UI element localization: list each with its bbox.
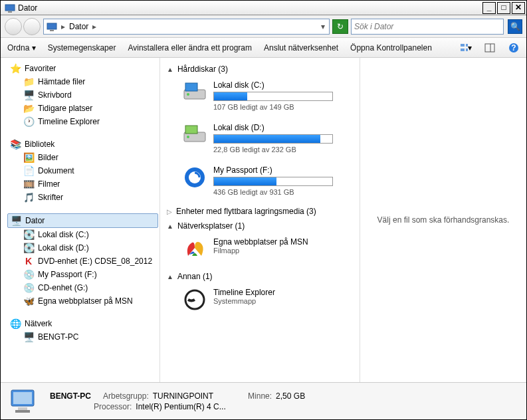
nav-item-recent[interactable]: 📂Tidigare platser — [7, 102, 158, 115]
svg-point-17 — [187, 136, 189, 138]
nav-item-dvd[interactable]: KDVD-enhet (E:) CDSE_08_2012 — [7, 255, 158, 268]
map-drive-button[interactable]: Anslut nätverksenhet — [264, 43, 338, 52]
nav-group-computer: 🖥️ Dator 💽Lokal disk (C:) 💽Lokal disk (D… — [7, 213, 158, 308]
usage-bar — [213, 92, 333, 101]
msn-icon — [183, 237, 207, 261]
items-pane[interactable]: ▲ Hårddiskar (3) Lokal disk (C:) 107 GB … — [160, 58, 360, 382]
nav-item-drive-d[interactable]: 💽Lokal disk (D:) — [7, 241, 158, 255]
nav-item-msn[interactable]: 🦋Egna webbplatser på MSN — [7, 294, 158, 308]
pictures-icon: 🖼️ — [23, 152, 34, 163]
memory-value: 2,50 GB — [276, 391, 305, 401]
drive-item[interactable]: Lokal disk (D:) 22,8 GB ledigt av 232 GB — [167, 119, 353, 161]
group-hard-disks[interactable]: ▲ Hårddiskar (3) — [167, 62, 353, 76]
svg-rect-3 — [50, 30, 54, 31]
collapse-icon: ▲ — [167, 223, 173, 230]
back-button[interactable] — [5, 18, 22, 35]
library-icon: 📚 — [10, 139, 21, 150]
svg-rect-23 — [18, 407, 27, 410]
svg-rect-24 — [15, 410, 30, 413]
nav-item-drive-c[interactable]: 💽Lokal disk (C:) — [7, 228, 158, 241]
control-panel-button[interactable]: Öppna Kontrollpanelen — [350, 43, 432, 52]
group-network-locations[interactable]: ▲ Nätverksplatser (1) — [167, 219, 353, 233]
close-button[interactable]: ✕ — [512, 2, 525, 14]
address-bar: ▸ Dator ▸ ▾ ↻ 🔍 — [1, 15, 526, 38]
computer-icon — [9, 387, 41, 415]
computer-icon — [47, 21, 57, 32]
nav-title-libraries[interactable]: 📚 Bibliotek — [7, 138, 158, 151]
breadcrumb[interactable]: ▸ Dator ▸ ▾ — [43, 19, 330, 35]
forward-button[interactable] — [23, 18, 41, 35]
nav-item-bengtpc[interactable]: 🖥️BENGT-PC — [7, 330, 158, 344]
drive-free-text: 107 GB ledigt av 149 GB — [213, 103, 353, 111]
nav-item-timeline[interactable]: 🕐Timeline Explorer — [7, 115, 158, 128]
nav-item-cd[interactable]: 💿CD-enhet (G:) — [7, 281, 158, 294]
nav-item-documents[interactable]: 📄Dokument — [7, 164, 158, 177]
star-icon: ⭐ — [10, 63, 21, 74]
nav-item-music[interactable]: 🎵Skrifter — [7, 191, 158, 204]
clock-icon — [183, 288, 207, 312]
drive-free-text: 22,8 GB ledigt av 232 GB — [213, 146, 353, 154]
details-bar: BENGT-PC Arbetsgrupp: TURNINGPOINT Minne… — [1, 382, 526, 419]
maximize-button[interactable]: □ — [497, 2, 510, 14]
nav-group-libraries: 📚 Bibliotek 🖼️Bilder 📄Dokument 🎞️Filmer … — [7, 138, 158, 204]
minimize-button[interactable]: _ — [482, 2, 496, 14]
svg-rect-16 — [185, 126, 197, 134]
clock-icon: 🕐 — [23, 116, 34, 127]
preview-pane-button[interactable] — [484, 42, 496, 54]
other-item[interactable]: Timeline Explorer Systemmapp — [167, 284, 353, 320]
preview-pane: Välj en fil som ska förhandsgranskas. — [360, 58, 526, 382]
drive-item[interactable]: My Passport (F:) 436 GB ledigt av 931 GB — [167, 161, 353, 204]
navigation-pane[interactable]: ⭐ Favoriter 📁Hämtade filer 🖥️Skrivbord 📂… — [1, 58, 160, 382]
breadcrumb-location[interactable]: Dator — [69, 22, 88, 31]
film-icon: 🎞️ — [23, 179, 34, 189]
memory-label: Minne: — [248, 391, 272, 401]
refresh-button[interactable]: ↻ — [332, 19, 348, 34]
nav-item-passport[interactable]: 💿My Passport (F:) — [7, 268, 158, 281]
drive-free-text: 436 GB ledigt av 931 GB — [213, 188, 353, 196]
search-button[interactable]: 🔍 — [508, 19, 522, 34]
search-input[interactable] — [354, 22, 500, 31]
group-other[interactable]: ▲ Annan (1) — [167, 269, 353, 284]
toolbar: Ordna ▾ Systemegenskaper Avinstallera el… — [1, 38, 526, 58]
computer-icon — [5, 3, 15, 13]
search-box[interactable] — [351, 19, 504, 35]
svg-rect-22 — [13, 392, 32, 404]
msn-icon: 🦋 — [23, 296, 34, 306]
expand-icon: ▷ — [167, 208, 172, 215]
nav-item-pictures[interactable]: 🖼️Bilder — [7, 151, 158, 164]
workgroup-value: TURNINGPOINT — [153, 391, 213, 401]
nav-item-desktop[interactable]: 🖥️Skrivbord — [7, 88, 158, 102]
pc-icon: 🖥️ — [23, 332, 34, 342]
drive-icon — [183, 165, 207, 189]
view-options-button[interactable]: ▾ — [460, 42, 472, 54]
folder-icon: 📁 — [23, 76, 34, 87]
svg-rect-5 — [466, 44, 468, 47]
processor-value: Intel(R) Pentium(R) 4 C... — [136, 402, 225, 411]
drive-item[interactable]: Lokal disk (C:) 107 GB ledigt av 149 GB — [167, 76, 353, 119]
system-properties-button[interactable]: Systemegenskaper — [48, 43, 116, 52]
usage-bar — [213, 177, 333, 186]
svg-rect-0 — [5, 5, 15, 11]
uninstall-button[interactable]: Avinstallera eller ändra ett program — [128, 43, 252, 52]
music-icon: 🎵 — [23, 192, 34, 203]
drive-icon: 💽 — [23, 243, 34, 253]
chevron-right-icon[interactable]: ▸ — [91, 22, 98, 31]
group-removable[interactable]: ▷ Enheter med flyttbara lagringsmedia (3… — [167, 204, 353, 219]
network-location-item[interactable]: Egna webbplatser på MSN Filmapp — [167, 233, 353, 269]
nav-title-computer[interactable]: 🖥️ Dator — [7, 213, 158, 228]
drive-icon: 💿 — [23, 269, 34, 280]
nav-title-favorites[interactable]: ⭐ Favoriter — [7, 62, 158, 75]
nav-item-videos[interactable]: 🎞️Filmer — [7, 177, 158, 191]
organize-button[interactable]: Ordna ▾ — [7, 43, 36, 52]
svg-rect-1 — [8, 11, 12, 13]
help-button[interactable]: ? — [508, 42, 520, 54]
svg-rect-2 — [47, 23, 56, 29]
item-subtitle: Filmapp — [213, 247, 308, 255]
nav-title-network[interactable]: 🌐 Nätverk — [7, 317, 158, 330]
nav-item-downloads[interactable]: 📁Hämtade filer — [7, 75, 158, 88]
window-title: Dator — [18, 3, 481, 13]
disc-icon: K — [23, 256, 34, 266]
drive-icon — [183, 80, 207, 104]
processor-label: Processor: — [94, 402, 132, 411]
chevron-down-icon[interactable]: ▾ — [320, 22, 326, 31]
